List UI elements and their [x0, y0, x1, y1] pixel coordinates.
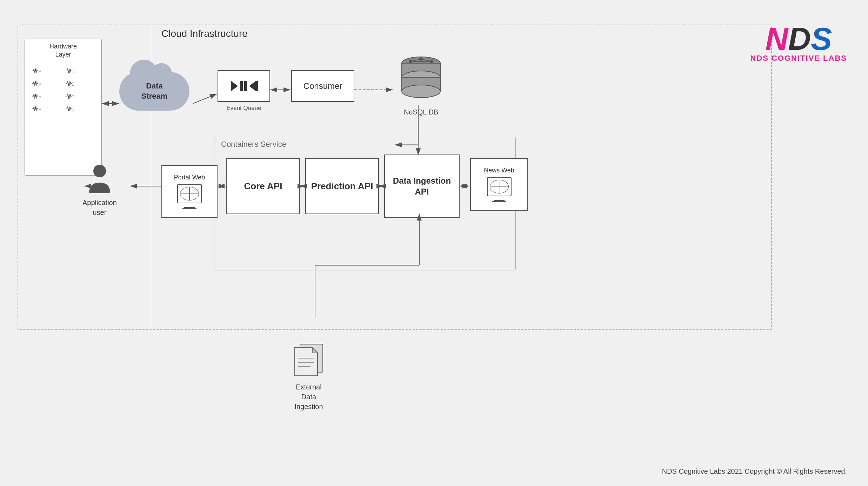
portal-web-monitor-icon — [177, 184, 202, 203]
svg-text:)): )) — [39, 107, 41, 111]
monitor-inner-2 — [490, 180, 509, 193]
sensor-2: )) — [66, 67, 94, 75]
external-data: External Data Ingestion — [291, 341, 326, 412]
nds-d: D — [788, 21, 811, 57]
prediction-api-box: Prediction API — [305, 158, 379, 214]
cloud-infra-label: Cloud Infrastructure — [161, 28, 248, 39]
diagram-container: Cloud Infrastructure HardwareLayer )) ))… — [11, 18, 782, 355]
document-icon — [291, 341, 326, 379]
sensor-grid: )) )) )) )) )) )) )) )) — [25, 61, 101, 119]
svg-point-17 — [402, 85, 440, 98]
news-web-label: News Web — [484, 167, 514, 174]
news-web-box: News Web — [470, 158, 528, 211]
cloud-shape: DataStream — [119, 72, 189, 111]
svg-text:)): )) — [39, 70, 41, 73]
data-stream: DataStream — [116, 65, 193, 118]
nds-n: N — [765, 21, 788, 57]
svg-text:)): )) — [72, 107, 74, 111]
event-queue-label: Event Queue — [218, 105, 270, 112]
app-user-label: Application user — [82, 198, 117, 217]
hardware-layer-title: HardwareLayer — [25, 39, 101, 61]
nds-subtitle: NDS COGNITIVE LABS — [750, 54, 847, 63]
sensor-8: )) — [66, 105, 94, 113]
cloud-text: DataStream — [141, 81, 168, 101]
nosql-db-icon — [393, 49, 449, 105]
person-icon — [87, 163, 112, 195]
monitor-base-2 — [492, 201, 506, 202]
prediction-api-label: Prediction API — [311, 181, 373, 192]
hardware-layer-box: HardwareLayer )) )) )) )) )) )) — [25, 39, 102, 176]
nosql-db-group: NoSQL DB — [393, 49, 449, 116]
data-ingestion-api-label: Data IngestionAPI — [393, 175, 451, 197]
event-queue-box — [218, 70, 270, 102]
nds-letters: N D S — [765, 21, 832, 57]
nosql-label: NoSQL DB — [404, 108, 438, 116]
monitor-base — [182, 208, 196, 209]
core-api-label: Core API — [244, 181, 282, 192]
core-api-box: Core API — [226, 158, 300, 214]
sensor-5: )) — [32, 92, 61, 100]
consumer-box: Consumer — [291, 70, 354, 102]
containers-service-label: Containers Service — [221, 140, 286, 149]
portal-web-label: Portal Web — [174, 174, 205, 181]
nds-s: S — [811, 21, 832, 57]
sensor-7: )) — [32, 105, 61, 113]
svg-text:)): )) — [72, 95, 74, 98]
app-user: Application user — [82, 163, 117, 217]
svg-marker-8 — [231, 81, 238, 91]
data-ingestion-api-box: Data IngestionAPI — [384, 155, 460, 218]
sensor-1: )) — [32, 67, 61, 75]
svg-text:)): )) — [39, 95, 41, 98]
event-queue-icons — [228, 77, 260, 95]
cross-v-2 — [499, 180, 500, 193]
nds-tagline: COGNITIVE LABS — [769, 54, 847, 63]
monitor-inner — [180, 187, 199, 201]
sensor-4: )) — [66, 80, 94, 87]
sensor-3: )) — [32, 80, 61, 87]
external-data-label: External Data Ingestion — [294, 382, 323, 412]
svg-text:)): )) — [72, 82, 74, 86]
svg-point-26 — [93, 165, 106, 177]
nds-logo: N D S NDS COGNITIVE LABS — [750, 21, 847, 63]
svg-rect-12 — [256, 81, 258, 91]
svg-text:)): )) — [72, 70, 74, 73]
cross-v — [189, 187, 190, 200]
sensor-6: )) — [66, 92, 94, 100]
svg-rect-10 — [244, 81, 247, 91]
nds-brand: NDS — [750, 54, 768, 63]
copyright: NDS Cognitive Labs 2021 Copyright © All … — [662, 467, 847, 475]
svg-marker-11 — [249, 81, 256, 91]
consumer-label: Consumer — [303, 81, 342, 91]
news-web-monitor-icon — [487, 177, 512, 196]
svg-text:)): )) — [39, 82, 41, 86]
svg-rect-9 — [240, 81, 243, 91]
portal-web-box: Portal Web — [161, 165, 218, 218]
